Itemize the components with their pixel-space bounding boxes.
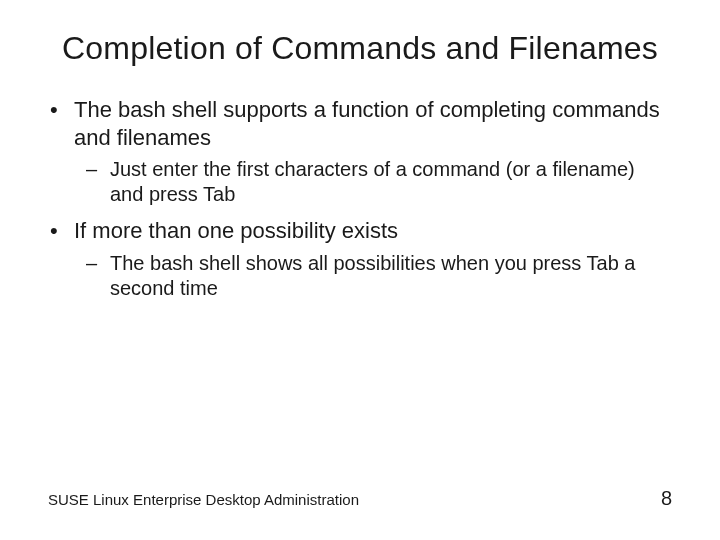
page-number: 8 <box>661 487 672 510</box>
slide-title: Completion of Commands and Filenames <box>48 28 672 68</box>
list-item: • The bash shell supports a function of … <box>48 96 672 151</box>
list-subitem: – Just enter the first characters of a c… <box>86 157 672 207</box>
list-item: • If more than one possibility exists <box>48 217 672 245</box>
dash-icon: – <box>86 251 110 301</box>
bullet-list: • The bash shell supports a function of … <box>48 96 672 301</box>
footer-source: SUSE Linux Enterprise Desktop Administra… <box>48 491 359 508</box>
list-subitem-text: Just enter the first characters of a com… <box>110 157 672 207</box>
dash-icon: – <box>86 157 110 207</box>
slide-footer: SUSE Linux Enterprise Desktop Administra… <box>48 487 672 510</box>
bullet-icon: • <box>48 217 74 245</box>
list-subitem-text: The bash shell shows all possibilities w… <box>110 251 672 301</box>
bullet-icon: • <box>48 96 74 151</box>
list-subitem: – The bash shell shows all possibilities… <box>86 251 672 301</box>
list-item-text: The bash shell supports a function of co… <box>74 96 672 151</box>
list-item-text: If more than one possibility exists <box>74 217 672 245</box>
